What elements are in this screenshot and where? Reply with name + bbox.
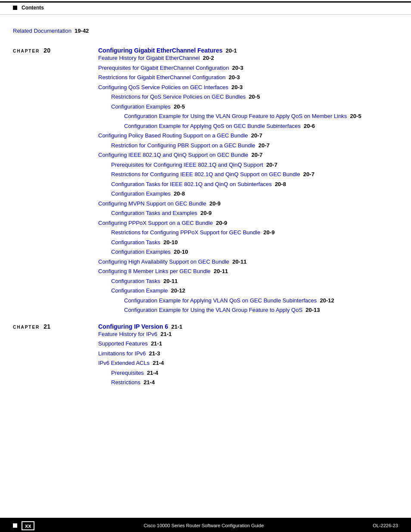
toc-link[interactable]: Configuring MVPN Support on GEC Bundle	[98, 199, 206, 208]
chapter-21-label: CHAPTER	[13, 325, 40, 330]
toc-item-ch20-0: Feature History for Gigabit EtherChannel…	[98, 54, 398, 62]
toc-item-ch20-1: Prerequisites for Gigabit EtherChannel C…	[98, 64, 398, 72]
toc-link-supported-features[interactable]: Supported Features	[98, 339, 148, 348]
chapter-21-entry: CHAPTER 21 Configuring IP Version 6 21-1…	[13, 323, 398, 387]
toc-item-ch20-24: Configuration Example 20-12	[98, 286, 398, 295]
toc-link[interactable]: Feature History for Gigabit EtherChannel	[98, 54, 200, 62]
toc-item-ch20-13: Configuration Tasks for IEEE 802.1Q and …	[98, 180, 398, 189]
footer-page-number: xx	[22, 521, 34, 530]
chapter-20-title-link[interactable]: Configuring Gigabit EtherChannel Feature…	[98, 47, 223, 54]
toc-link[interactable]: Configuration Example	[111, 286, 168, 295]
toc-item-ch20-11: Prerequisites for Configuring IEEE 802.1…	[98, 161, 398, 169]
toc-link[interactable]: Restrictions for Configuring PPPoX Suppo…	[111, 228, 260, 237]
header-title: Contents	[22, 5, 44, 11]
toc-item-ch20-23: Configuration Tasks 20-11	[98, 277, 398, 286]
toc-link[interactable]: Restrictions for Gigabit EtherChannel Co…	[98, 73, 226, 82]
footer-square	[13, 523, 17, 528]
toc-link-ipv6-acls[interactable]: IPv6 Extended ACLs	[98, 359, 149, 367]
chapter-20-title-page: 20-1	[226, 47, 237, 54]
toc-link[interactable]: Configuration Example for Using the VLAN…	[124, 306, 302, 314]
toc-item-ch20-14: Configuration Examples 20-8	[98, 190, 398, 198]
toc-link[interactable]: Configuration Examples	[111, 248, 171, 256]
chapter-20-entry: CHAPTER 20 Configuring Gigabit EtherChan…	[13, 47, 398, 314]
toc-item-ch20-10: Configuring IEEE 802.1Q and QinQ Support…	[98, 151, 398, 159]
toc-link[interactable]: Prerequisites for Configuring IEEE 802.1…	[111, 161, 263, 169]
toc-link-limitations-ipv6[interactable]: Limitations for IPv6	[98, 349, 146, 358]
page-container: Contents Related Documentation 19-42 CHA…	[0, 1, 411, 532]
toc-link[interactable]: Configuration Example for Applying QoS o…	[124, 122, 301, 131]
toc-link[interactable]: Configuration Example for Using the VLAN…	[124, 112, 347, 121]
toc-link[interactable]: Configuration Examples	[111, 103, 171, 111]
toc-link[interactable]: Restrictions for QoS Service Policies on…	[111, 93, 246, 101]
page-footer: xx Cisco 10000 Series Router Software Co…	[0, 518, 411, 532]
toc-item-ch21-3: IPv6 Extended ACLs 21-4	[98, 359, 398, 367]
toc-item-ch20-16: Configuration Tasks and Examples 20-9	[98, 209, 398, 218]
toc-item-ch20-20: Configuration Examples 20-10	[98, 248, 398, 256]
toc-link-restrictions[interactable]: Restrictions	[111, 378, 140, 387]
toc-item-ch21-5: Restrictions 21-4	[98, 378, 398, 387]
footer-title: Cisco 10000 Series Router Software Confi…	[34, 523, 373, 528]
toc-content: Related Documentation 19-42 CHAPTER 20 C…	[0, 15, 411, 421]
toc-item-ch21-1: Supported Features 21-1	[98, 339, 398, 348]
chapter-21-number: 21	[44, 323, 50, 330]
toc-item-ch20-5: Configuration Examples 20-5	[98, 103, 398, 111]
footer-left: xx	[13, 521, 34, 530]
toc-link-config-tasks-2[interactable]: Configuration Tasks	[111, 277, 160, 286]
toc-item-ch20-15: Configuring MVPN Support on GEC Bundle 2…	[98, 199, 398, 208]
toc-item-ch20-25: Configuration Example for Applying VLAN …	[98, 296, 398, 305]
toc-link[interactable]: Restriction for Configuring PBR Support …	[111, 141, 255, 150]
related-doc-section: Related Documentation 19-42	[13, 23, 398, 34]
toc-link-prerequisites[interactable]: Prerequisites	[111, 369, 144, 377]
chapter-20-header-row: CHAPTER 20 Configuring Gigabit EtherChan…	[13, 47, 398, 54]
toc-item-ch20-17: Configuring PPPoX Support on a GEC Bundl…	[98, 219, 398, 227]
toc-item-ch20-2: Restrictions for Gigabit EtherChannel Co…	[98, 73, 398, 82]
toc-item-ch20-6: Configuration Example for Using the VLAN…	[98, 112, 398, 121]
chapter-21-header-row: CHAPTER 21 Configuring IP Version 6 21-1	[13, 323, 398, 330]
chapter-20-label: CHAPTER	[13, 49, 40, 53]
toc-link[interactable]: Configuring PPPoX Support on a GEC Bundl…	[98, 219, 213, 227]
toc-link[interactable]: Configuring IEEE 802.1Q and QinQ Support…	[98, 151, 248, 159]
chapter-21-title-page: 21-1	[171, 324, 183, 330]
related-doc-link[interactable]: Related Documentation	[13, 28, 72, 34]
toc-item-ch20-7: Configuration Example for Applying QoS o…	[98, 122, 398, 131]
toc-item-ch20-21: Configuring High Availability Support on…	[98, 258, 398, 266]
top-border	[0, 1, 411, 3]
toc-item-ch20-26: Configuration Example for Using the VLAN…	[98, 306, 398, 314]
chapter-21-items: Feature History for IPv6 21-1 Supported …	[13, 330, 398, 387]
toc-link[interactable]: Configuring High Availability Support on…	[98, 258, 229, 266]
toc-item-ch21-2: Limitations for IPv6 21-3	[98, 349, 398, 358]
toc-item-ch20-8: Configuring Policy Based Routing Support…	[98, 131, 398, 140]
toc-link-config-tasks[interactable]: Configuration Tasks	[111, 238, 160, 247]
toc-item-ch20-12: Restrictions for Configuring IEEE 802.1Q…	[98, 170, 398, 179]
toc-link[interactable]: Configuring QoS Service Policies on GEC …	[98, 83, 228, 92]
toc-item-ch20-19: Configuration Tasks 20-10	[98, 238, 398, 247]
related-doc-page: 19-42	[75, 28, 89, 34]
toc-link[interactable]: Configuration Tasks for IEEE 802.1Q and …	[111, 180, 272, 189]
page-header: Contents	[0, 1, 411, 15]
toc-link[interactable]: Configuration Examples	[111, 190, 171, 198]
toc-link-feature-history-ipv6[interactable]: Feature History for IPv6	[98, 330, 157, 339]
toc-item-ch20-3: Configuring QoS Service Policies on GEC …	[98, 83, 398, 92]
chapter-20-items: Feature History for Gigabit EtherChannel…	[13, 54, 398, 314]
chapter-20-label-area: CHAPTER 20	[13, 47, 98, 54]
toc-link[interactable]: Configuring 8 Member Links per GEC Bundl…	[98, 267, 211, 276]
toc-link[interactable]: Configuration Example for Applying VLAN …	[124, 296, 317, 305]
toc-link-config-tasks-examples[interactable]: Configuration Tasks and Examples	[111, 209, 197, 218]
toc-link[interactable]: Prerequisites for Gigabit EtherChannel C…	[98, 64, 229, 72]
toc-item-ch20-18: Restrictions for Configuring PPPoX Suppo…	[98, 228, 398, 237]
toc-item-ch20-9: Restriction for Configuring PBR Support …	[98, 141, 398, 150]
footer-doc-number: OL-2226-23	[373, 523, 398, 528]
chapter-20-number: 20	[44, 47, 50, 54]
toc-item-ch20-4: Restrictions for QoS Service Policies on…	[98, 93, 398, 101]
toc-link[interactable]: Restrictions for Configuring IEEE 802.1Q…	[111, 170, 300, 179]
toc-item-ch21-4: Prerequisites 21-4	[98, 369, 398, 377]
toc-item-ch20-22: Configuring 8 Member Links per GEC Bundl…	[98, 267, 398, 276]
chapter-20-title-area: Configuring Gigabit EtherChannel Feature…	[98, 47, 237, 54]
header-square	[13, 6, 17, 10]
toc-link[interactable]: Configuring Policy Based Routing Support…	[98, 131, 248, 140]
chapter-21-title-area: Configuring IP Version 6 21-1	[98, 323, 183, 330]
toc-item-ch21-0: Feature History for IPv6 21-1	[98, 330, 398, 339]
chapter-21-title-link[interactable]: Configuring IP Version 6	[98, 323, 168, 330]
chapter-21-label-area: CHAPTER 21	[13, 323, 98, 330]
